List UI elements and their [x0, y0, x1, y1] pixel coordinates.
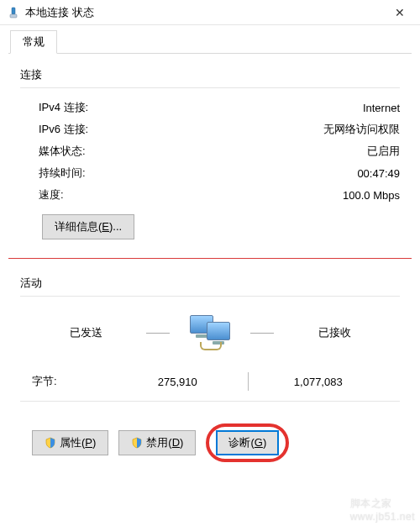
bytes-received-value: 1,077,083: [249, 376, 389, 388]
svg-rect-0: [12, 8, 15, 14]
ipv4-value: Internet: [88, 102, 400, 114]
bytes-label: 字节:: [32, 374, 108, 389]
row-duration: 持续时间: 00:47:49: [20, 162, 400, 184]
row-media: 媒体状态: 已启用: [20, 140, 400, 162]
diagnose-button-label: 诊断(G): [228, 435, 266, 450]
media-label: 媒体状态:: [39, 144, 86, 159]
speed-value: 100.0 Mbps: [64, 189, 400, 202]
watermark-line2: www.jb51.net: [350, 511, 415, 523]
watermark: 脚本之家 www.jb51.net: [350, 497, 415, 523]
activity-header: 已发送 已接收: [20, 305, 400, 354]
sent-label: 已发送: [32, 325, 139, 340]
details-button-wrap: 详细信息(E)...: [20, 206, 400, 251]
computers-icon: [185, 312, 235, 354]
ipv6-value: 无网络访问权限: [88, 122, 400, 137]
annotation-circle: 诊断(G): [206, 423, 289, 462]
dash-left: [146, 333, 170, 334]
row-ipv6: IPv6 连接: 无网络访问权限: [20, 118, 400, 140]
bytes-sent-value: 275,910: [108, 376, 248, 388]
duration-label: 持续时间:: [39, 166, 86, 181]
row-speed: 速度: 100.0 Mbps: [20, 184, 400, 206]
disable-button-label: 禁用(D): [146, 435, 183, 450]
shield-icon: [45, 437, 56, 449]
connection-section: 连接 IPv4 连接: Internet IPv6 连接: 无网络访问权限 媒体…: [8, 54, 412, 258]
media-value: 已启用: [86, 144, 400, 159]
tab-bar: 常规: [8, 32, 412, 54]
separator: [20, 401, 400, 402]
duration-value: 00:47:49: [86, 167, 400, 180]
details-button[interactable]: 详细信息(E)...: [42, 214, 134, 239]
speed-label: 速度:: [39, 187, 64, 203]
activity-section: 活动 已发送 已接收 字节: 275,910 1,077,0: [8, 259, 412, 469]
svg-rect-1: [10, 14, 17, 18]
window-title: 本地连接 状态: [25, 5, 381, 20]
properties-button[interactable]: 属性(P): [32, 430, 108, 455]
properties-button-label: 属性(P): [60, 435, 96, 450]
diagnose-button[interactable]: 诊断(G): [216, 430, 279, 455]
disable-button[interactable]: 禁用(D): [118, 430, 196, 455]
connection-section-title: 连接: [20, 67, 400, 82]
close-icon: ✕: [395, 6, 405, 19]
tab-general[interactable]: 常规: [10, 30, 57, 54]
separator: [20, 296, 400, 297]
title-bar: 本地连接 状态 ✕: [0, 0, 420, 25]
content-area: 常规 连接 IPv4 连接: Internet IPv6 连接: 无网络访问权限…: [0, 25, 420, 476]
close-button[interactable]: ✕: [381, 1, 418, 24]
received-label: 已接收: [281, 325, 388, 340]
ipv6-label: IPv6 连接:: [39, 122, 88, 137]
shield-icon: [131, 437, 143, 449]
activity-section-title: 活动: [20, 276, 400, 291]
network-adapter-icon: [7, 6, 20, 19]
activity-network-icon: [176, 312, 244, 354]
row-ipv4: IPv4 连接: Internet: [20, 97, 400, 118]
ipv4-label: IPv4 连接:: [39, 100, 88, 115]
bytes-row: 字节: 275,910 1,077,083: [20, 354, 400, 397]
footer-buttons: 属性(P) 禁用(D) 诊断(G): [20, 410, 400, 462]
dash-right: [250, 333, 274, 334]
watermark-line1: 脚本之家: [350, 497, 415, 511]
details-button-label: 详细信息(E)...: [55, 219, 122, 234]
separator: [20, 87, 400, 88]
